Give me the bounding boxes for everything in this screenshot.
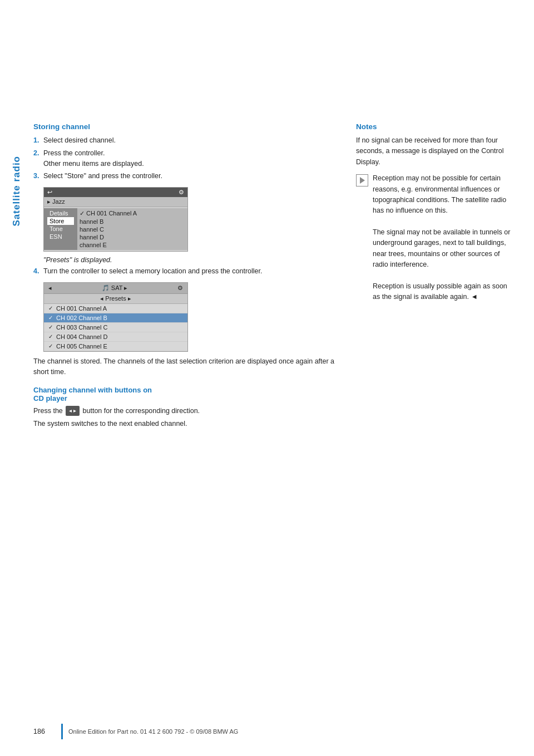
screen1-channels-area: Details Store Tone ESN ✓ CH 001 Channel …	[44, 207, 187, 251]
menu-item-details: Details	[47, 209, 74, 217]
preset-row-3: ✓ CH 003 Channel C	[44, 323, 187, 332]
preset-1-name: CH 001 Channel A	[56, 305, 107, 312]
preset-4-check: ✓	[48, 333, 53, 340]
step-2-text: Press the controller.Other menu items ar…	[43, 148, 339, 169]
sidebar-label: Satellite radio	[11, 156, 22, 226]
screen1-back-icon: ↩	[47, 189, 52, 196]
play-triangle	[360, 177, 365, 184]
preset-row-4: ✓ CH 004 Channel D	[44, 332, 187, 342]
screen1-menu-items: Details Store Tone ESN	[44, 208, 77, 250]
menu-item-esn: ESN	[47, 233, 74, 240]
step-1-text: Select desired channel.	[43, 135, 339, 146]
preset-5-name: CH 005 Channel E	[56, 343, 107, 350]
changing-channel-title: Changing channel with buttons onCD playe…	[33, 386, 339, 402]
step-4: 4. Turn the controller to select a memor…	[33, 266, 339, 277]
step-2-num: 2.	[33, 148, 43, 159]
screen-mockup-1: ↩ ⚙ ▸ Jazz Details Store Tone ESN ✓ CH 0…	[43, 187, 188, 252]
changing-channel-body1: Press the ◂ ▸ button for the correspondi…	[33, 406, 339, 416]
menu-item-tone: Tone	[47, 225, 74, 233]
preset-1-check: ✓	[48, 305, 53, 311]
play-icon	[356, 174, 368, 186]
steps-list: 1. Select desired channel. 2. Press the …	[33, 135, 339, 181]
screen1-ch-a: ✓ CH 001 Channel A	[80, 209, 185, 218]
presets-displayed-text: "Presets" is displayed.	[43, 256, 339, 264]
preset-row-5: ✓ CH 005 Channel E	[44, 342, 187, 351]
preset-2-check: ✓	[48, 315, 53, 321]
preset-2-name: CH 002 Channel B	[56, 315, 107, 321]
preset-3-name: CH 003 Channel C	[56, 324, 107, 331]
screen1-ch-c: hannel C	[80, 225, 185, 233]
screen1-settings-icon: ⚙	[179, 189, 184, 196]
menu-item-store: Store	[47, 217, 74, 225]
screen2-sat-label: 🎵 SAT ▸	[102, 284, 128, 292]
note-1-text: If no signal can be received for more th…	[356, 135, 512, 168]
note-2-text: Reception may not be possible for certai…	[373, 173, 512, 303]
note-2-block: Reception may not be possible for certai…	[356, 173, 512, 308]
storing-channel-title: Storing channel	[33, 122, 339, 131]
preset-row-2: ✓ CH 002 Channel B	[44, 313, 187, 323]
step-4-num: 4.	[33, 266, 43, 277]
screen1-ch-e: channel E	[80, 241, 185, 249]
footer-text: Online Edition for Part no. 01 41 2 600 …	[68, 728, 238, 735]
left-column: Storing channel 1. Select desired channe…	[33, 122, 339, 711]
notes-title: Notes	[356, 122, 512, 131]
screen1-topbar: ↩ ⚙	[44, 188, 187, 197]
preset-4-name: CH 004 Channel D	[56, 333, 107, 340]
screen2-presets-bar: ◂ Presets ▸	[44, 294, 187, 304]
cd-button-icon: ◂ ▸	[66, 406, 80, 416]
footer-bar	[61, 724, 63, 739]
screen1-jazz-row: ▸ Jazz	[44, 197, 187, 207]
changing-channel-body2: The system switches to the next enabled …	[33, 419, 339, 429]
step-1: 1. Select desired channel.	[33, 135, 339, 146]
footer: 186 Online Edition for Part no. 01 41 2 …	[33, 724, 512, 739]
right-column: Notes If no signal can be received for m…	[356, 122, 512, 711]
screen1-channel-list: ✓ CH 001 Channel A hannel B hannel C han…	[77, 208, 187, 250]
screen2-topbar: ◂ 🎵 SAT ▸ ⚙	[44, 283, 187, 294]
page-number: 186	[33, 728, 56, 735]
step-1-num: 1.	[33, 135, 43, 146]
screen1-ch-d: hannel D	[80, 233, 185, 241]
step-4-text: Turn the controller to select a memory l…	[43, 266, 339, 277]
step-3-text: Select "Store" and press the controller.	[43, 171, 339, 181]
step-3-num: 3.	[33, 171, 43, 181]
step-3: 3. Select "Store" and press the controll…	[33, 171, 339, 181]
step4-list: 4. Turn the controller to select a memor…	[33, 266, 339, 277]
preset-5-check: ✓	[48, 343, 53, 349]
screen2-left-arrow: ◂	[48, 284, 52, 292]
screen2-settings-icon: ⚙	[177, 284, 183, 292]
step-2: 2. Press the controller.Other menu items…	[33, 148, 339, 169]
screen1-ch-b: hannel B	[80, 218, 185, 225]
preset-row-1: ✓ CH 001 Channel A	[44, 304, 187, 313]
channel-stored-text: The channel is stored. The channels of t…	[33, 356, 339, 378]
preset-3-check: ✓	[48, 324, 53, 330]
main-content: Storing channel 1. Select desired channe…	[33, 122, 512, 711]
screen-mockup-2: ◂ 🎵 SAT ▸ ⚙ ◂ Presets ▸ ✓ CH 001 Channel…	[43, 282, 188, 352]
